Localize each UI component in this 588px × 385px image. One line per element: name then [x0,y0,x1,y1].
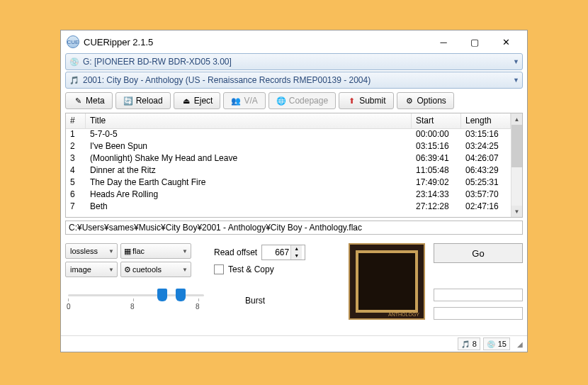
album-selector[interactable]: 🎵 2001: City Boy - Anthology (US - Renai… [65,72,523,89]
chevron-down-icon: ▼ [513,77,519,84]
music-icon: 🎵 [69,74,80,86]
chevron-down-icon: ▼ [513,58,519,65]
track-row[interactable]: 3(Moonlight) Shake My Head and Leave06:3… [66,153,511,165]
pencil-icon: ✎ [73,96,83,106]
chevron-down-icon: ▼ [182,248,188,255]
codepage-button[interactable]: 🌐Codepage [268,92,336,109]
app-window: CUE CUERipper 2.1.5 ─ ▢ ✕ 💿 G: [PIONEER … [60,30,528,352]
statusbar: 🎵8 💿15 ◢ [61,335,527,352]
titlebar: CUE CUERipper 2.1.5 ─ ▢ ✕ [61,30,527,53]
compression-slider[interactable]: 0 8 8 [65,284,207,316]
track-row[interactable]: 7Beth27:12:2802:47:16 [66,201,511,213]
upload-icon: ⬆ [346,96,356,106]
scroll-down-button[interactable]: ▼ [511,206,522,217]
track-list: # Title Start Length 15-7-0-500:00:0003:… [65,113,523,218]
gear-icon: ⚙ [124,265,131,274]
disc-db-icon: 💿 [487,340,496,349]
slider-thumb-2[interactable] [176,289,186,301]
flac-icon: ▦ [124,247,131,256]
slider-thumb[interactable] [157,289,167,301]
scroll-up-button[interactable]: ▲ [511,113,522,125]
music-db-icon: 🎵 [461,340,470,349]
read-offset-input[interactable] [262,247,290,257]
eject-icon: ⏏ [181,96,191,106]
scroll-thumb[interactable] [511,125,522,167]
track-row[interactable]: 6Heads Are Rolling23:14:3303:57:70 [66,189,511,201]
maximize-button[interactable]: ▢ [459,32,490,52]
col-length[interactable]: Length [461,113,511,128]
disc-icon: 💿 [69,56,80,67]
image-mode-selector[interactable]: image▼ [65,262,118,277]
track-row[interactable]: 15-7-0-500:00:0003:15:16 [66,129,511,141]
meta-button[interactable]: ✎Meta [65,92,113,109]
spin-down[interactable]: ▼ [291,252,302,260]
progress-bar-2 [434,307,523,320]
close-button[interactable]: ✕ [490,32,521,52]
drive-selector[interactable]: 💿 G: [PIONEER BD-RW BDR-XD05 3.00] ▼ [65,53,523,70]
app-icon: CUE [67,35,79,48]
reload-icon: 🔄 [123,96,133,106]
album-text: 2001: City Boy - Anthology (US - Renaiss… [83,75,513,85]
people-icon: 👥 [231,96,241,106]
submit-button[interactable]: ⬆Submit [339,92,393,109]
eject-button[interactable]: ⏏Eject [174,92,221,109]
drive-text: G: [PIONEER BD-RW BDR-XD05 3.00] [83,57,513,67]
test-copy-label: Test & Copy [228,264,274,274]
chevron-down-icon: ▼ [182,267,188,273]
col-start[interactable]: Start [412,113,461,128]
spin-up[interactable]: ▲ [291,245,302,252]
track-row[interactable]: 5The Day the Earth Caught Fire17:49:0205… [66,177,511,189]
minimize-button[interactable]: ─ [428,32,459,52]
mode-selector[interactable]: lossless▼ [65,243,118,259]
col-num[interactable]: # [66,113,86,128]
progress-bar-1 [434,289,523,301]
codec-selector[interactable]: ▦flac▼ [120,243,191,259]
window-title: CUERipper 2.1.5 [84,37,428,48]
go-button[interactable]: Go [434,243,523,263]
burst-label: Burst [245,296,341,306]
track-row[interactable]: 2I've Been Spun03:15:1603:24:25 [66,141,511,153]
options-button[interactable]: ⚙Options [397,92,454,109]
globe-icon: 🌐 [276,96,286,106]
test-copy-checkbox[interactable] [214,264,224,274]
toolbar: ✎Meta 🔄Reload ⏏Eject 👥V/A 🌐Codepage ⬆Sub… [65,90,523,111]
read-offset-label: Read offset [214,247,257,257]
chevron-down-icon: ▼ [108,267,114,273]
col-title[interactable]: Title [86,113,412,128]
album-art[interactable] [349,243,425,320]
status-db1[interactable]: 🎵8 [458,337,480,350]
track-list-header: # Title Start Length [66,113,511,129]
reload-button[interactable]: 🔄Reload [115,92,171,109]
track-row[interactable]: 4Dinner at the Ritz11:05:4806:43:29 [66,165,511,177]
resize-grip[interactable]: ◢ [517,340,523,348]
output-path-input[interactable]: C:¥Users¥sames¥Music¥City Boy¥2001 - Ant… [65,221,523,235]
gear-icon: ⚙ [405,96,414,106]
scrollbar[interactable]: ▲ ▼ [511,113,522,217]
chevron-down-icon: ▼ [108,248,114,255]
status-db2[interactable]: 💿15 [483,337,510,350]
writer-selector[interactable]: ⚙cuetools▼ [120,262,191,277]
va-button[interactable]: 👥V/A [223,92,265,109]
read-offset-spinner[interactable]: ▲▼ [261,245,305,260]
